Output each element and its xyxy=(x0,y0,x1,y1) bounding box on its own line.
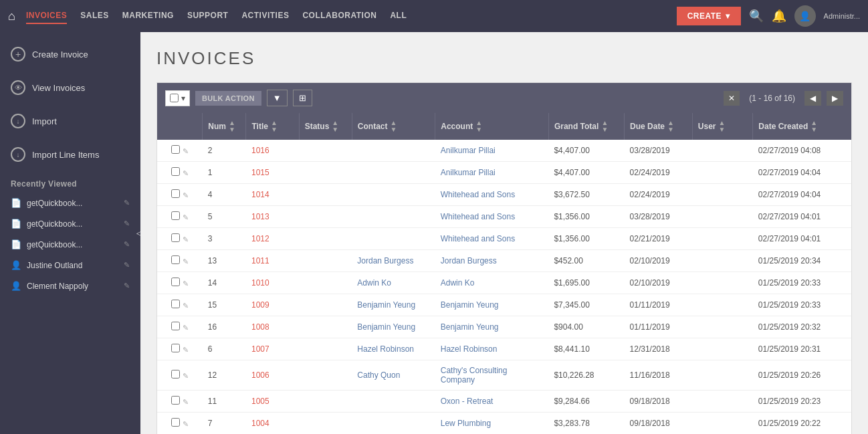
row-contact-link-5[interactable]: Jordan Burgess xyxy=(357,256,413,265)
sidebar-item-create-invoice[interactable]: + Create Invoice xyxy=(0,37,140,71)
row-account-link-8[interactable]: Benjamin Yeung xyxy=(441,322,499,332)
sort-arrows-account[interactable]: ▲▼ xyxy=(475,120,482,133)
create-button[interactable]: CREATE ▾ xyxy=(677,7,741,25)
bulk-action-button-top[interactable]: BULK ACTION xyxy=(195,91,261,106)
row-checkbox-9[interactable] xyxy=(171,344,180,352)
row-checkbox-5[interactable] xyxy=(171,255,180,264)
row-account-link-0[interactable]: Anilkumar Pillai xyxy=(441,146,496,155)
sort-arrows-user[interactable]: ▲▼ xyxy=(719,120,726,133)
row-checkbox-10[interactable] xyxy=(171,370,180,378)
sidebar-item-import[interactable]: ↓ Import xyxy=(0,104,140,138)
search-icon[interactable]: 🔍 xyxy=(749,9,764,23)
sort-arrows-contact[interactable]: ▲▼ xyxy=(391,120,397,133)
edit-icon-3[interactable]: ✎ xyxy=(124,261,130,269)
row-edit-icon-5[interactable]: ✎ xyxy=(183,257,189,265)
row-checkbox-1[interactable] xyxy=(171,167,180,176)
collapse-sidebar-button[interactable]: ◁ xyxy=(132,221,140,245)
edit-icon-0[interactable]: ✎ xyxy=(124,199,130,207)
col-header-num[interactable]: Num ▲▼ xyxy=(203,113,246,140)
avatar[interactable]: 👤 xyxy=(794,5,816,27)
row-edit-icon-8[interactable]: ✎ xyxy=(183,324,189,332)
sort-arrows-status[interactable]: ▲▼ xyxy=(332,120,338,133)
sidebar-item-import-line-items[interactable]: ↓ Import Line Items xyxy=(0,138,140,171)
row-contact-link-9[interactable]: Hazel Robinson xyxy=(357,344,414,354)
row-checkbox-2[interactable] xyxy=(171,189,180,198)
nav-item-collaboration[interactable]: COLLABORATION xyxy=(302,8,376,24)
row-edit-icon-3[interactable]: ✎ xyxy=(183,213,189,221)
nav-item-support[interactable]: SUPPORT xyxy=(187,8,229,24)
row-edit-icon-6[interactable]: ✎ xyxy=(183,280,189,288)
notification-icon[interactable]: 🔔 xyxy=(772,9,786,23)
row-account-link-11[interactable]: Oxon - Retreat xyxy=(441,397,494,406)
row-contact-link-8[interactable]: Benjamin Yeung xyxy=(357,322,415,332)
col-header-title[interactable]: Title ▲▼ xyxy=(246,113,299,140)
row-account-link-10[interactable]: Cathy's Consulting Company xyxy=(441,366,508,385)
row-account-link-7[interactable]: Benjamin Yeung xyxy=(441,300,499,310)
row-title-link-0[interactable]: 1016 xyxy=(251,146,269,155)
edit-icon-4[interactable]: ✎ xyxy=(124,282,130,290)
row-title-link-12[interactable]: 1004 xyxy=(251,419,269,428)
row-title-link-4[interactable]: 1012 xyxy=(251,234,269,243)
col-header-contact[interactable]: Contact ▲▼ xyxy=(352,113,435,140)
row-title-link-2[interactable]: 1014 xyxy=(251,190,269,199)
row-account-link-9[interactable]: Hazel Robinson xyxy=(441,344,498,354)
row-checkbox-4[interactable] xyxy=(171,233,180,242)
row-title-link-10[interactable]: 1006 xyxy=(251,370,269,380)
row-title-link-7[interactable]: 1009 xyxy=(251,300,269,310)
recent-item-0[interactable]: 📄 getQuickbook... ✎ xyxy=(0,193,140,213)
recent-item-2[interactable]: 📄 getQuickbook... ✎ xyxy=(0,234,140,255)
row-contact-link-10[interactable]: Cathy Quon xyxy=(357,370,400,380)
row-checkbox-6[interactable] xyxy=(171,278,180,286)
row-checkbox-3[interactable] xyxy=(171,211,180,220)
home-icon[interactable]: ⌂ xyxy=(8,9,15,23)
row-edit-icon-1[interactable]: ✎ xyxy=(183,169,189,177)
row-account-link-6[interactable]: Adwin Ko xyxy=(441,278,475,288)
sort-arrows-title[interactable]: ▲▼ xyxy=(271,120,278,133)
row-account-link-2[interactable]: Whitehead and Sons xyxy=(441,190,515,199)
row-checkbox-7[interactable] xyxy=(171,300,180,308)
select-all-dropdown[interactable]: ▾ xyxy=(165,90,190,106)
row-edit-icon-12[interactable]: ✎ xyxy=(183,420,189,428)
col-header-account[interactable]: Account ▲▼ xyxy=(435,113,549,140)
nav-item-invoices[interactable]: INVOICES xyxy=(26,8,67,24)
row-checkbox-12[interactable] xyxy=(171,418,180,427)
col-header-date-created[interactable]: Date Created ▲▼ xyxy=(753,113,851,140)
row-title-link-3[interactable]: 1013 xyxy=(251,212,269,221)
row-account-link-5[interactable]: Jordan Burgess xyxy=(441,256,497,265)
sidebar-item-view-invoices[interactable]: 👁 View Invoices xyxy=(0,71,140,104)
recent-item-4[interactable]: 👤 Clement Nappoly ✎ xyxy=(0,276,140,296)
row-contact-link-6[interactable]: Adwin Ko xyxy=(357,278,391,288)
col-header-user[interactable]: User ▲▼ xyxy=(692,113,752,140)
row-edit-icon-2[interactable]: ✎ xyxy=(183,191,189,199)
col-header-due-date[interactable]: Due Date ▲▼ xyxy=(625,113,693,140)
recent-item-1[interactable]: 📄 getQuickbook... ✎ xyxy=(0,213,140,234)
row-edit-icon-11[interactable]: ✎ xyxy=(183,398,189,406)
prev-page-button-top[interactable]: ◀ xyxy=(804,91,821,106)
row-edit-icon-4[interactable]: ✎ xyxy=(183,235,189,243)
row-account-link-1[interactable]: Anilkumar Pillai xyxy=(441,168,496,177)
row-title-link-1[interactable]: 1015 xyxy=(251,168,269,177)
row-edit-icon-7[interactable]: ✎ xyxy=(183,302,189,310)
select-all-checkbox[interactable] xyxy=(170,94,179,102)
sort-arrows-num[interactable]: ▲▼ xyxy=(229,120,235,133)
recent-item-3[interactable]: 👤 Justine Outland ✎ xyxy=(0,255,140,276)
close-filter-button-top[interactable]: ✕ xyxy=(724,91,740,106)
row-edit-icon-9[interactable]: ✎ xyxy=(183,346,189,354)
col-header-grand-total[interactable]: Grand Total ▲▼ xyxy=(548,113,624,140)
filter-button-top[interactable]: ▼ xyxy=(267,90,288,106)
sort-arrows-grand[interactable]: ▲▼ xyxy=(601,120,608,133)
row-edit-icon-0[interactable]: ✎ xyxy=(183,147,189,155)
columns-button-top[interactable]: ⊞ xyxy=(293,90,312,106)
sort-arrows-date[interactable]: ▲▼ xyxy=(810,120,817,133)
row-title-link-9[interactable]: 1007 xyxy=(251,344,269,354)
next-page-button-top[interactable]: ▶ xyxy=(827,91,843,106)
nav-item-marketing[interactable]: MARKETING xyxy=(122,8,174,24)
row-contact-link-7[interactable]: Benjamin Yeung xyxy=(357,300,415,310)
nav-item-all[interactable]: ALL xyxy=(390,8,407,24)
row-title-link-5[interactable]: 1011 xyxy=(251,256,269,265)
row-account-link-4[interactable]: Whitehead and Sons xyxy=(441,234,515,243)
row-title-link-11[interactable]: 1005 xyxy=(251,397,269,406)
nav-item-activities[interactable]: ACTIVITIES xyxy=(241,8,289,24)
row-title-link-6[interactable]: 1010 xyxy=(251,278,269,288)
row-checkbox-11[interactable] xyxy=(171,396,180,405)
